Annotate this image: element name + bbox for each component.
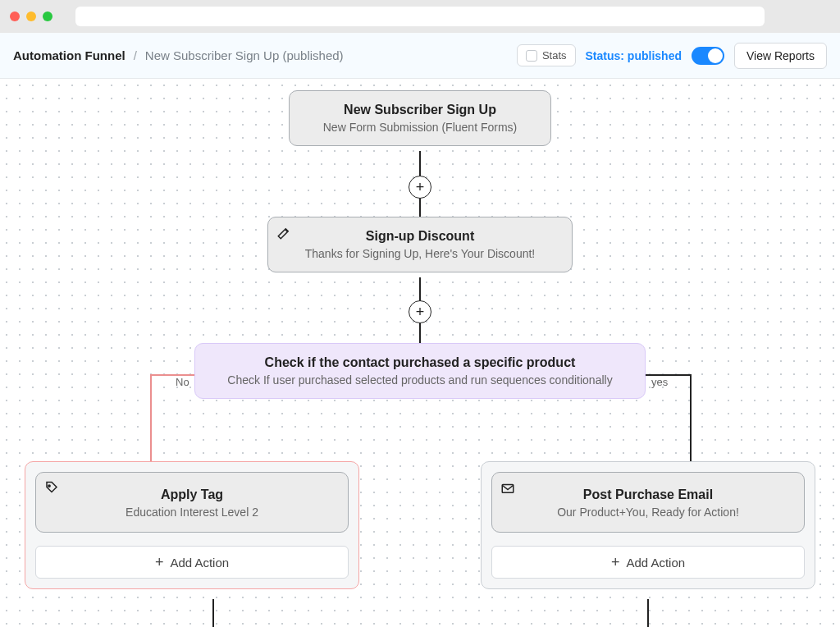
trigger-subtitle: New Form Submission (Fluent Forms): [303, 121, 537, 134]
breadcrumb-separator: /: [134, 48, 137, 62]
branch-panel-no[interactable]: Apply Tag Education Interest Level 2 + A…: [25, 461, 359, 589]
trigger-title: New Subscriber Sign Up: [303, 103, 537, 117]
tag-icon: [44, 481, 59, 496]
discount-subtitle: Thanks for Signing Up, Here's Your Disco…: [281, 247, 559, 260]
discount-title: Sign-up Discount: [281, 229, 559, 244]
post-purchase-node[interactable]: Post Purchase Email Our Product+You, Rea…: [491, 472, 805, 533]
header-actions: Stats Status: published View Reports: [517, 43, 827, 69]
branch-label-yes: yes: [651, 376, 668, 388]
publish-toggle[interactable]: [692, 47, 724, 65]
svg-point-0: [48, 485, 50, 487]
breadcrumb: Automation Funnel / New Subscriber Sign …: [13, 48, 344, 62]
close-window-button[interactable]: [10, 11, 20, 21]
condition-node[interactable]: Check if the contact purchased a specifi…: [194, 343, 646, 399]
connector-yes: [690, 374, 692, 461]
add-action-label: Add Action: [170, 556, 229, 570]
post-purchase-title: Post Purchase Email: [505, 487, 791, 502]
browser-chrome: [0, 0, 840, 33]
status-label: Status: published: [586, 49, 682, 62]
add-action-label: Add Action: [626, 556, 685, 570]
breadcrumb-current: New Subscriber Sign Up (published): [145, 48, 344, 62]
discount-node[interactable]: Sign-up Discount Thanks for Signing Up, …: [267, 217, 573, 272]
edit-icon: [276, 226, 291, 240]
condition-title: Check if the contact purchased a specifi…: [208, 355, 632, 370]
add-action-button[interactable]: + Add Action: [35, 546, 349, 579]
checkbox-icon: [526, 50, 537, 62]
connector: [647, 599, 649, 627]
stats-label: Stats: [542, 49, 567, 62]
trigger-node[interactable]: New Subscriber Sign Up New Form Submissi…: [289, 90, 551, 146]
view-reports-button[interactable]: View Reports: [734, 43, 827, 69]
breadcrumb-root[interactable]: Automation Funnel: [13, 48, 126, 62]
email-icon: [500, 481, 515, 496]
maximize-window-button[interactable]: [43, 11, 52, 21]
branch-label-no: No: [176, 376, 189, 388]
window-controls: [10, 11, 52, 21]
connector-no: [150, 374, 152, 461]
condition-subtitle: Check If user purchased selected product…: [208, 373, 632, 387]
apply-tag-node[interactable]: Apply Tag Education Interest Level 2: [35, 472, 349, 533]
stats-toggle[interactable]: Stats: [517, 44, 576, 66]
add-step-button[interactable]: +: [409, 300, 431, 323]
automation-canvas[interactable]: New Subscriber Sign Up New Form Submissi…: [0, 79, 840, 627]
connector: [212, 599, 214, 627]
toggle-knob: [708, 48, 723, 63]
address-bar[interactable]: [75, 7, 765, 26]
branch-panel-yes[interactable]: Post Purchase Email Our Product+You, Rea…: [481, 461, 815, 589]
minimize-window-button[interactable]: [26, 11, 36, 21]
page-header: Automation Funnel / New Subscriber Sign …: [0, 33, 840, 79]
post-purchase-subtitle: Our Product+You, Ready for Action!: [505, 506, 791, 519]
add-step-button[interactable]: +: [409, 176, 431, 199]
apply-tag-subtitle: Education Interest Level 2: [49, 506, 335, 519]
add-action-button[interactable]: + Add Action: [491, 546, 805, 579]
apply-tag-title: Apply Tag: [49, 487, 335, 502]
